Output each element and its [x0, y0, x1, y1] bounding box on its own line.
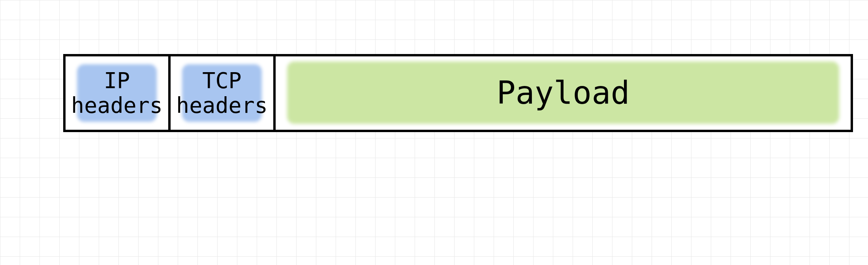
ip-headers-segment: IP headers: [66, 56, 171, 130]
payload-segment: Payload: [276, 56, 851, 130]
ip-headers-label: IP headers: [71, 68, 163, 118]
packet-diagram: IP headers TCP headers Payload: [63, 54, 853, 132]
tcp-headers-label: TCP headers: [176, 68, 268, 118]
tcp-headers-segment: TCP headers: [171, 56, 276, 130]
payload-label: Payload: [496, 75, 629, 111]
